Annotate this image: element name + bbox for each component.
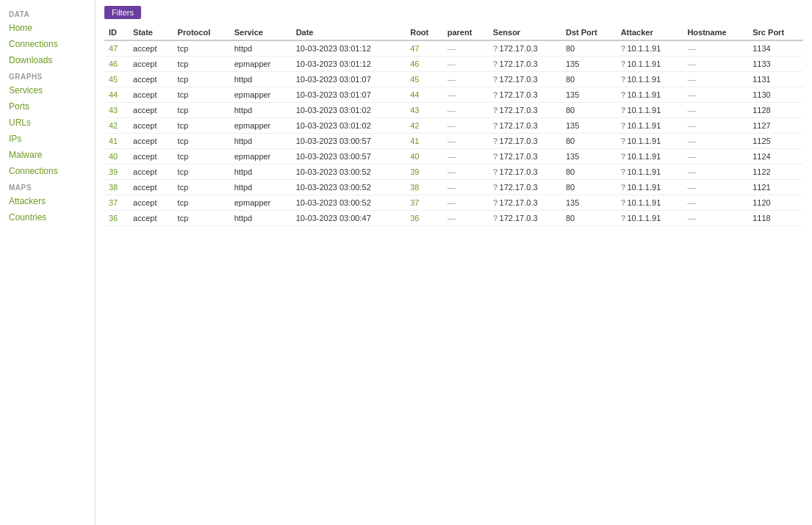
cell-hostname: — [683, 87, 748, 103]
cell-hostname: — [683, 72, 748, 87]
root-link[interactable]: 42 [410, 121, 419, 130]
cell-src-port: 1127 [748, 118, 803, 134]
cell-src-port: 1120 [748, 195, 803, 211]
sidebar-item-downloads[interactable]: Downloads [0, 52, 95, 68]
root-link[interactable]: 38 [410, 183, 419, 192]
cell-parent: — [443, 72, 489, 87]
root-link[interactable]: 41 [410, 137, 419, 145]
cell-hostname: — [683, 134, 748, 149]
cell-state: accept [129, 149, 173, 164]
cell-root: 45 [406, 72, 442, 87]
cell-src-port: 1134 [748, 40, 803, 57]
sidebar-item-countries[interactable]: Countries [0, 209, 95, 225]
id-link[interactable]: 47 [109, 44, 118, 53]
table-row: 39accepttcphttpd10-03-2023 03:00:5239—?1… [104, 164, 803, 180]
root-link[interactable]: 47 [410, 44, 419, 53]
table-row: 45accepttcphttpd10-03-2023 03:01:0745—?1… [104, 72, 803, 87]
root-link[interactable]: 46 [410, 59, 419, 68]
sidebar-item-ports[interactable]: Ports [0, 98, 95, 115]
cell-root: 40 [406, 149, 442, 164]
cell-src-port: 1131 [748, 72, 803, 87]
cell-parent: — [443, 134, 489, 149]
id-link[interactable]: 39 [109, 167, 118, 176]
sidebar-item-services[interactable]: Services [0, 82, 95, 98]
sidebar-section-maps: MAPS [0, 179, 95, 193]
cell-date: 10-03-2023 03:00:52 [292, 180, 406, 195]
cell-root: 46 [406, 57, 442, 72]
col-src-port: Src Port [748, 25, 803, 40]
cell-dst-port: 80 [561, 134, 617, 149]
cell-src-port: 1128 [748, 103, 803, 118]
cell-state: accept [129, 87, 173, 103]
cell-dst-port: 80 [561, 180, 617, 195]
sidebar-item-connections-graphs[interactable]: Connections [0, 163, 95, 179]
sidebar-item-urls[interactable]: URLs [0, 115, 95, 131]
cell-parent: — [443, 180, 489, 195]
sidebar-item-connections-data[interactable]: Connections [0, 36, 95, 52]
cell-root: 37 [406, 195, 442, 211]
id-link[interactable]: 45 [109, 75, 118, 84]
root-link[interactable]: 36 [410, 214, 419, 222]
id-link[interactable]: 37 [109, 198, 118, 207]
cell-sensor: ?172.17.0.3 [489, 134, 561, 149]
cell-protocol: tcp [173, 40, 230, 57]
cell-date: 10-03-2023 03:01:07 [292, 72, 406, 87]
sidebar-item-home[interactable]: Home [0, 20, 95, 36]
cell-hostname: — [683, 57, 748, 72]
cell-attacker: ?10.1.1.91 [617, 72, 683, 87]
id-link[interactable]: 40 [109, 152, 118, 161]
cell-src-port: 1121 [748, 180, 803, 195]
cell-protocol: tcp [173, 149, 230, 164]
root-link[interactable]: 40 [410, 152, 419, 161]
cell-dst-port: 80 [561, 211, 617, 226]
cell-attacker: ?10.1.1.91 [617, 57, 683, 72]
cell-sensor: ?172.17.0.3 [489, 87, 561, 103]
id-link[interactable]: 42 [109, 121, 118, 130]
cell-state: accept [129, 195, 173, 211]
cell-root: 41 [406, 134, 442, 149]
cell-sensor: ?172.17.0.3 [489, 195, 561, 211]
id-link[interactable]: 41 [109, 137, 118, 145]
id-link[interactable]: 44 [109, 90, 118, 99]
cell-id: 40 [104, 149, 129, 164]
cell-date: 10-03-2023 03:00:57 [292, 149, 406, 164]
cell-parent: — [443, 57, 489, 72]
cell-state: accept [129, 180, 173, 195]
cell-parent: — [443, 164, 489, 180]
root-link[interactable]: 45 [410, 75, 419, 84]
filters-button[interactable]: Filters [104, 6, 141, 19]
cell-hostname: — [683, 118, 748, 134]
col-state: State [129, 25, 173, 40]
cell-id: 37 [104, 195, 129, 211]
sidebar-item-ips[interactable]: IPs [0, 131, 95, 147]
root-link[interactable]: 43 [410, 106, 419, 115]
cell-protocol: tcp [173, 164, 230, 180]
cell-attacker: ?10.1.1.91 [617, 40, 683, 57]
id-link[interactable]: 38 [109, 183, 118, 192]
col-id: ID [104, 25, 129, 40]
cell-sensor: ?172.17.0.3 [489, 40, 561, 57]
cell-root: 36 [406, 211, 442, 226]
cell-protocol: tcp [173, 87, 230, 103]
cell-id: 45 [104, 72, 129, 87]
cell-sensor: ?172.17.0.3 [489, 164, 561, 180]
cell-service: httpd [230, 134, 292, 149]
sidebar-item-attackers[interactable]: Attackers [0, 193, 95, 209]
root-link[interactable]: 37 [410, 198, 419, 207]
cell-date: 10-03-2023 03:01:12 [292, 57, 406, 72]
cell-hostname: — [683, 164, 748, 180]
cell-protocol: tcp [173, 134, 230, 149]
cell-attacker: ?10.1.1.91 [617, 211, 683, 226]
cell-parent: — [443, 211, 489, 226]
sidebar: DATA Home Connections Downloads GRAPHS S… [0, 0, 96, 525]
id-link[interactable]: 46 [109, 59, 118, 68]
cell-parent: — [443, 87, 489, 103]
root-link[interactable]: 44 [410, 90, 419, 99]
cell-dst-port: 80 [561, 103, 617, 118]
id-link[interactable]: 36 [109, 214, 118, 222]
sidebar-item-malware[interactable]: Malware [0, 147, 95, 163]
id-link[interactable]: 43 [109, 106, 118, 115]
root-link[interactable]: 39 [410, 167, 419, 176]
cell-service: httpd [230, 211, 292, 226]
cell-src-port: 1118 [748, 211, 803, 226]
